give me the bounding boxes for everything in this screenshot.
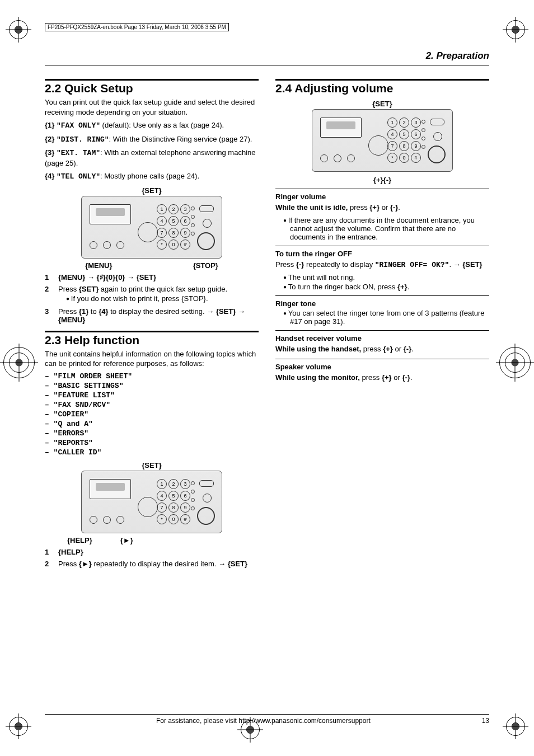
fax-control-panel-icon: 123456789*0# bbox=[312, 109, 453, 172]
device-panel-figure: {SET} 123456789*0# {MENU} {STOP} bbox=[45, 186, 259, 270]
device-panel-figure: {SET} 123456789*0# {HELP} {►} bbox=[45, 461, 259, 544]
device-panel-figure: {SET} 123456789*0# {+}{-} bbox=[275, 100, 489, 184]
registration-mark-icon bbox=[506, 717, 525, 736]
footer-assistance: For assistance, please visit http://www.… bbox=[156, 717, 371, 725]
panel-label-set: {SET} bbox=[275, 100, 489, 108]
panel-label-help: {HELP} bbox=[67, 536, 92, 544]
registration-mark-icon bbox=[506, 20, 525, 39]
section-2-3-title: 2.3 Help function bbox=[45, 331, 259, 347]
right-column: 2.4 Adjusting volume {SET} 123456789*0# … bbox=[275, 72, 489, 571]
two-column-layout: 2.2 Quick Setup You can print out the qu… bbox=[45, 72, 489, 571]
divider bbox=[275, 295, 489, 296]
section-2-3-steps: 1{HELP} 2 Press {►} repeatedly to displa… bbox=[45, 548, 259, 568]
source-file-note: FP205-PFQX2559ZA-en.book Page 13 Friday,… bbox=[45, 23, 229, 31]
registration-mark-icon bbox=[3, 347, 35, 378]
speaker-volume-heading: Speaker volume bbox=[275, 363, 489, 371]
ringer-volume-heading: Ringer volume bbox=[275, 192, 489, 201]
step-1: 1{HELP} bbox=[45, 548, 259, 556]
registration-mark-icon bbox=[9, 717, 28, 736]
ringer-tone-heading: Ringer tone bbox=[275, 299, 489, 308]
help-topics-list: "FILM ORDER SHEET" "BASIC SETTINGS" "FEA… bbox=[45, 372, 259, 457]
option-1: {1} "FAX ONLY" (default): Use only as a … bbox=[45, 120, 259, 131]
ringer-off-text: Press {-} repeatedly to display "RINGER … bbox=[275, 260, 489, 270]
divider bbox=[45, 65, 489, 65]
option-3: {3} "EXT. TAM": With an external telepho… bbox=[45, 148, 259, 168]
left-column: 2.2 Quick Setup You can print out the qu… bbox=[45, 72, 259, 571]
section-2-3-intro: The unit contains helpful information on… bbox=[45, 349, 259, 369]
step-3: 3 Press {1} to {4} to display the desire… bbox=[45, 307, 259, 324]
step-1: 1{MENU} → {♯}{0}{0} → {SET} bbox=[45, 273, 259, 281]
panel-label-menu: {MENU} bbox=[85, 261, 112, 270]
panel-label-stop: {STOP} bbox=[193, 261, 218, 270]
section-2-4-title: 2.4 Adjusting volume bbox=[275, 79, 489, 95]
section-2-2-intro: You can print out the quick fax setup gu… bbox=[45, 97, 259, 117]
option-2: {2} "DIST. RING": With the Distinctive R… bbox=[45, 134, 259, 145]
divider bbox=[275, 246, 489, 246]
page-number: 13 bbox=[482, 717, 489, 725]
panel-label-set: {SET} bbox=[45, 186, 259, 195]
option-4: {4} "TEL ONLY": Mostly phone calls (page… bbox=[45, 171, 259, 182]
speaker-volume-text: While using the monitor, press {+} or {-… bbox=[275, 373, 489, 383]
divider bbox=[275, 189, 489, 189]
divider bbox=[275, 330, 489, 331]
step-2: 2 Press {►} repeatedly to display the de… bbox=[45, 560, 259, 568]
ringer-off-b1: The unit will not ring. bbox=[283, 273, 489, 281]
ringer-tone-text: You can select the ringer tone from one … bbox=[283, 309, 489, 326]
handset-volume-text: While using the handset, press {+} or {-… bbox=[275, 344, 489, 354]
panel-label-plus-minus: {+}{-} bbox=[275, 176, 489, 184]
section-2-2-title: 2.2 Quick Setup bbox=[45, 79, 259, 95]
panel-label-set: {SET} bbox=[45, 461, 259, 469]
ringer-volume-text: While the unit is idle, press {+} or {-}… bbox=[275, 203, 489, 213]
section-2-2-steps: 1{MENU} → {♯}{0}{0} → {SET} 2 Press {SET… bbox=[45, 273, 259, 324]
panel-label-right: {►} bbox=[120, 536, 133, 544]
ringer-off-b2: To turn the ringer back ON, press {+}. bbox=[283, 283, 489, 291]
page-footer: For assistance, please visit http://www.… bbox=[45, 714, 489, 725]
chapter-title: 2. Preparation bbox=[28, 50, 489, 62]
fax-control-panel-icon: 123456789*0# bbox=[81, 471, 222, 533]
registration-mark-icon bbox=[499, 347, 531, 378]
registration-mark-icon bbox=[9, 20, 28, 39]
handset-volume-heading: Handset receiver volume bbox=[275, 334, 489, 342]
manual-page: FP205-PFQX2559ZA-en.book Page 13 Friday,… bbox=[0, 0, 534, 756]
divider bbox=[275, 359, 489, 359]
fax-control-panel-icon: 123456789*0# bbox=[81, 196, 222, 259]
step-2: 2 Press {SET} again to print the quick f… bbox=[45, 285, 259, 304]
ringer-volume-note: If there are any documents in the docume… bbox=[283, 216, 489, 241]
ringer-off-heading: To turn the ringer OFF bbox=[275, 250, 489, 258]
